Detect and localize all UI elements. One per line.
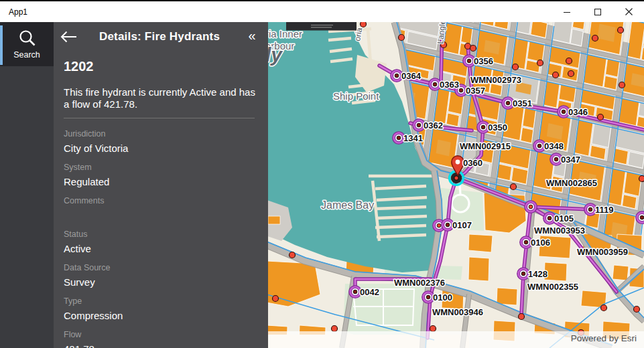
- junction-dot: [601, 305, 607, 311]
- junction-dot: [430, 326, 436, 332]
- main-label-WMN003953: WMN003953: [534, 226, 585, 236]
- sidebar-item-search[interactable]: Search: [0, 22, 54, 66]
- close-icon: [625, 8, 633, 15]
- maximize-button[interactable]: [582, 1, 613, 22]
- hydrant-label-0362: 0362: [424, 120, 443, 130]
- field-label: Jurisdiction: [64, 129, 256, 139]
- field-system: SystemRegulated: [64, 163, 256, 196]
- attribution-text: Powered by Esri: [571, 333, 637, 343]
- field-value: 421.78: [64, 343, 256, 348]
- field-value: Active: [64, 242, 256, 255]
- junction-dot: [332, 326, 338, 332]
- hydrant-label-0351: 0351: [513, 98, 532, 108]
- junction-dot: [634, 307, 640, 313]
- hydrant-label-1428: 1428: [528, 269, 548, 279]
- hydrant-label-0350: 0350: [488, 122, 507, 133]
- field-value: Survey: [64, 276, 256, 288]
- divider: [64, 118, 255, 118]
- panel-title: Details: Fire Hydrants: [83, 30, 236, 44]
- junction-dot: [568, 71, 574, 77]
- map-view[interactable]: 0364036303570356035103460362035013410348…: [268, 22, 644, 348]
- junction-dot: [519, 314, 525, 320]
- junction-dot: [598, 114, 604, 120]
- selection-indicator: [0, 25, 3, 65]
- hydrant-label-0042: 0042: [360, 287, 379, 297]
- hydrant-label-1341: 1341: [403, 133, 423, 143]
- minimize-button[interactable]: [552, 1, 582, 22]
- hydrant-label-0100: 0100: [433, 292, 452, 302]
- hydrant-marker[interactable]: [525, 201, 537, 213]
- field-comments: Comments: [64, 196, 256, 230]
- hydrant-label-0364: 0364: [401, 71, 422, 81]
- navigation-sidebar: Search: [0, 22, 54, 348]
- hydrant-label-0363: 0363: [440, 80, 459, 90]
- main-label-WMN002865: WMN002865: [546, 178, 597, 188]
- junction-dot: [639, 176, 644, 182]
- minimize-icon: [564, 9, 570, 15]
- hydrant-label-0106: 0106: [531, 238, 550, 248]
- hydrant-label-0346: 0346: [568, 107, 588, 117]
- field-flow: Flow421.78: [64, 330, 256, 348]
- titlebar[interactable]: App1: [0, 1, 644, 22]
- hydrant-label-0348: 0348: [544, 141, 564, 151]
- place-label: James Bay: [321, 199, 374, 211]
- details-panel: Details: Fire Hydrants « 1202 This fire …: [54, 22, 268, 348]
- junction-dot: [619, 82, 625, 88]
- field-label: Data Source: [64, 263, 256, 273]
- panel-header: Details: Fire Hydrants «: [54, 22, 268, 52]
- map-canvas[interactable]: 0364036303570356035103460362035013410348…: [268, 22, 644, 348]
- field-label: Comments: [64, 196, 256, 206]
- field-type: TypeCompression: [64, 296, 256, 330]
- hydrant-label-1119: 1119: [595, 205, 614, 215]
- field-value: Regulated: [64, 175, 256, 188]
- back-button[interactable]: [54, 22, 83, 52]
- field-list: JurisdictionCity of VictoriaSystemRegula…: [64, 129, 256, 348]
- hydrant-label-0360: 0360: [463, 158, 482, 168]
- main-label-WMN002915: WMN002915: [460, 141, 511, 151]
- junction-dot: [273, 296, 279, 302]
- junction-dot: [566, 58, 572, 64]
- collapse-panel-button[interactable]: «: [236, 22, 268, 52]
- place-label-large: ly: [268, 44, 283, 66]
- hydrant-label-0107: 0107: [452, 220, 472, 230]
- junction-dot: [399, 35, 405, 41]
- junction-dot: [618, 27, 624, 33]
- hydrant-label-0347: 0347: [561, 155, 580, 165]
- field-data-source: Data SourceSurvey: [64, 263, 256, 296]
- field-status: StatusActive: [64, 230, 256, 263]
- field-label: Status: [64, 230, 256, 240]
- back-arrow-icon: [60, 31, 77, 43]
- search-icon: [18, 29, 36, 47]
- field-label: System: [64, 163, 256, 173]
- sidebar-item-label: Search: [13, 50, 40, 60]
- junction-dot: [470, 46, 476, 52]
- window-title: App1: [0, 7, 552, 17]
- junction-dot: [361, 22, 367, 27]
- hydrant-label-0105: 0105: [554, 213, 574, 224]
- field-jurisdiction: JurisdictionCity of Victoria: [64, 129, 256, 163]
- panel-body: 1202 This fire hydrant is currently Acti…: [54, 52, 268, 348]
- junction-dot: [513, 64, 519, 70]
- chevron-double-left-icon: «: [248, 28, 255, 44]
- place-label: Ship Point: [333, 90, 379, 102]
- field-label: Type: [64, 296, 256, 307]
- junction-dot: [592, 35, 598, 41]
- main-label-WMN003959: WMN003959: [577, 247, 628, 257]
- field-value: [64, 209, 256, 222]
- junction-dot: [289, 252, 296, 258]
- junction-dot: [511, 184, 517, 190]
- feature-title: 1202: [64, 59, 256, 74]
- hydrant-label-0356: 0356: [474, 56, 493, 66]
- close-button[interactable]: [613, 1, 644, 22]
- main-label-WMN002355: WMN002355: [527, 282, 578, 292]
- junction-dot: [537, 60, 543, 66]
- junction-dot: [553, 72, 559, 78]
- main-label-WMN002376: WMN002376: [394, 278, 445, 288]
- hydrant-label-0357: 0357: [466, 86, 485, 96]
- main-label-WMN002973: WMN002973: [470, 75, 521, 85]
- feature-description: This fire hydrant is currently Active an…: [64, 86, 261, 110]
- main-label-WMN003946: WMN003946: [432, 307, 483, 317]
- field-value: Compression: [64, 309, 256, 322]
- field-label: Flow: [64, 330, 256, 340]
- map-overlay-handle[interactable]: [286, 22, 357, 31]
